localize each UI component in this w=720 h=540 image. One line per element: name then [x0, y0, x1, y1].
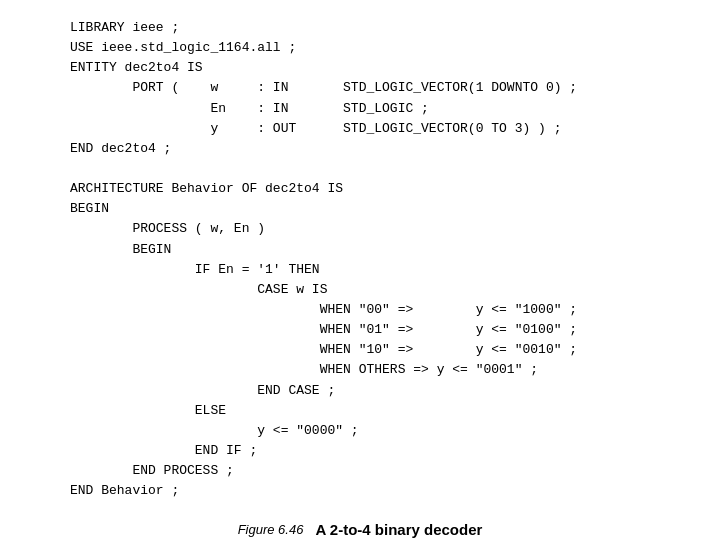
figure-label: Figure 6.46	[238, 522, 304, 537]
figure-caption: Figure 6.46 A 2-to-4 binary decoder	[238, 521, 483, 538]
code-block: LIBRARY ieee ; USE ieee.std_logic_1164.a…	[0, 0, 720, 511]
figure-title: A 2-to-4 binary decoder	[315, 521, 482, 538]
